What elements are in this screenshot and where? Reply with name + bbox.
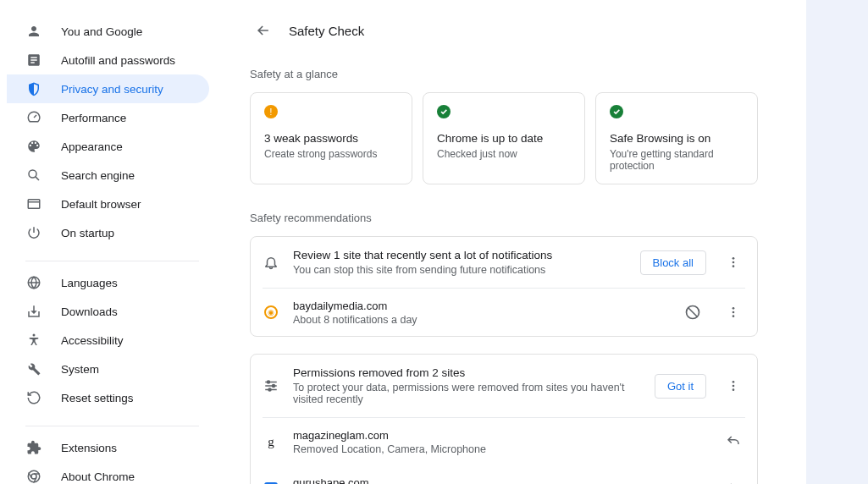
sidebar-item-label: Extensions: [61, 442, 117, 454]
sidebar-item-label: Default browser: [61, 198, 141, 211]
safety-recommendations-label: Safety recommendations: [250, 212, 758, 224]
more-menu-button[interactable]: [720, 249, 747, 276]
glance-title: 3 weak passwords: [264, 132, 398, 145]
svg-point-4: [28, 470, 40, 482]
divider: [25, 261, 199, 261]
permissions-sub: To protect your data, permissions were r…: [293, 382, 641, 405]
svg-point-13: [268, 381, 270, 383]
sidebar-item-system[interactable]: System: [7, 355, 209, 383]
sidebar-item-search-engine[interactable]: Search engine: [7, 161, 209, 190]
globe-icon: [25, 274, 42, 291]
block-site-button[interactable]: [679, 299, 706, 326]
undo-button[interactable]: [720, 476, 747, 484]
power-icon: [25, 224, 42, 241]
more-menu-button[interactable]: [720, 299, 747, 326]
undo-button[interactable]: [720, 428, 747, 455]
permissions-title: Permissions removed from 2 sites: [293, 366, 641, 379]
svg-point-18: [733, 388, 735, 391]
glance-title: Safe Browsing is on: [610, 132, 744, 145]
sidebar-item-reset-settings[interactable]: Reset settings: [7, 383, 209, 412]
sidebar-item-default-browser[interactable]: Default browser: [7, 190, 209, 218]
sidebar-item-you-and-google[interactable]: You and Google: [7, 17, 209, 46]
sidebar-item-label: System: [61, 363, 99, 376]
tune-icon: [263, 377, 279, 394]
sidebar-item-languages[interactable]: Languages: [7, 268, 209, 297]
sidebar-item-appearance[interactable]: Appearance: [7, 132, 209, 161]
site-sub: About 8 notifications a day: [293, 314, 666, 326]
main-content: Safety Check Safety at a glance ! 3 weak…: [216, 0, 792, 484]
svg-point-16: [733, 381, 735, 383]
sidebar-item-label: Downloads: [61, 305, 118, 318]
speedometer-icon: [25, 109, 42, 126]
sidebar-item-label: Privacy and security: [61, 83, 163, 96]
svg-point-3: [33, 334, 36, 337]
block-all-button[interactable]: Block all: [640, 250, 706, 275]
check-icon: [610, 105, 623, 118]
palette-icon: [25, 138, 42, 155]
sidebar-item-about-chrome[interactable]: About Chrome: [7, 462, 209, 484]
sidebar-item-label: Reset settings: [61, 392, 134, 404]
got-it-button[interactable]: Got it: [655, 374, 706, 399]
site-favicon: ◉: [263, 304, 279, 321]
notifications-sub: You can stop this site from sending futu…: [293, 264, 627, 276]
sidebar-item-label: Languages: [61, 277, 118, 289]
accessibility-icon: [25, 332, 42, 349]
glance-sub: You're getting standard protection: [610, 148, 744, 172]
glance-card-safebrowsing[interactable]: Safe Browsing is on You're getting stand…: [595, 92, 758, 184]
site-name: magazineglam.com: [293, 429, 706, 442]
notifications-title: Review 1 site that recently sent a lot o…: [293, 249, 627, 261]
permission-site-row: GS gurushape.com Removed Location: [251, 465, 757, 484]
svg-point-17: [733, 385, 735, 388]
sidebar-item-label: Search engine: [61, 169, 135, 182]
notifications-header: Review 1 site that recently sent a lot o…: [251, 237, 757, 288]
svg-point-7: [733, 261, 735, 264]
sidebar-item-label: You and Google: [61, 25, 142, 38]
site-favicon: g: [263, 433, 279, 450]
sidebar-item-label: About Chrome: [61, 470, 135, 483]
sidebar-item-extensions[interactable]: Extensions: [7, 433, 209, 462]
sidebar-item-on-startup[interactable]: On startup: [7, 218, 209, 247]
reset-icon: [25, 389, 42, 406]
svg-rect-1: [28, 200, 40, 209]
sidebar-item-performance[interactable]: Performance: [7, 103, 209, 132]
notification-site-row: ◉ baydailymedia.com About 8 notification…: [251, 289, 757, 336]
sidebar-item-downloads[interactable]: Downloads: [7, 297, 209, 326]
permissions-header: Permissions removed from 2 sites To prot…: [251, 355, 757, 417]
svg-point-6: [733, 257, 735, 260]
site-sub: Removed Location, Camera, Microphone: [293, 443, 706, 455]
site-name: baydailymedia.com: [293, 300, 666, 312]
browser-icon: [25, 195, 42, 212]
wrench-icon: [25, 360, 42, 377]
svg-point-8: [733, 265, 735, 267]
svg-point-10: [733, 307, 735, 310]
glance-sub: Checked just now: [437, 148, 571, 160]
autofill-icon: [25, 52, 42, 69]
warning-icon: !: [264, 105, 278, 118]
sidebar-item-label: Appearance: [61, 140, 123, 153]
divider: [25, 426, 199, 426]
sidebar-item-privacy-security[interactable]: Privacy and security: [7, 74, 209, 103]
permissions-card: Permissions removed from 2 sites To prot…: [250, 354, 758, 484]
sidebar-item-label: Accessibility: [61, 334, 124, 347]
glance-card-passwords[interactable]: ! 3 weak passwords Create strong passwor…: [250, 92, 412, 184]
chrome-icon: [25, 468, 42, 484]
search-icon: [25, 167, 42, 184]
shield-icon: [25, 80, 42, 97]
safety-at-a-glance-label: Safety at a glance: [250, 68, 758, 80]
back-button[interactable]: [250, 17, 277, 44]
bell-icon: [263, 254, 279, 271]
glance-sub: Create strong passwords: [264, 148, 398, 160]
right-strip: [806, 0, 868, 484]
permission-site-row: g magazineglam.com Removed Location, Cam…: [251, 418, 757, 465]
sidebar-item-autofill[interactable]: Autofill and passwords: [7, 46, 209, 74]
person-icon: [25, 23, 42, 40]
site-favicon: GS: [263, 481, 279, 484]
glance-title: Chrome is up to date: [437, 132, 571, 145]
site-name: gurushape.com: [293, 476, 706, 485]
extension-icon: [25, 439, 42, 456]
glance-card-uptodate[interactable]: Chrome is up to date Checked just now: [423, 92, 585, 184]
page-header: Safety Check: [250, 17, 758, 44]
more-menu-button[interactable]: [720, 372, 747, 399]
sidebar: You and Google Autofill and passwords Pr…: [0, 0, 216, 484]
sidebar-item-accessibility[interactable]: Accessibility: [7, 326, 209, 355]
